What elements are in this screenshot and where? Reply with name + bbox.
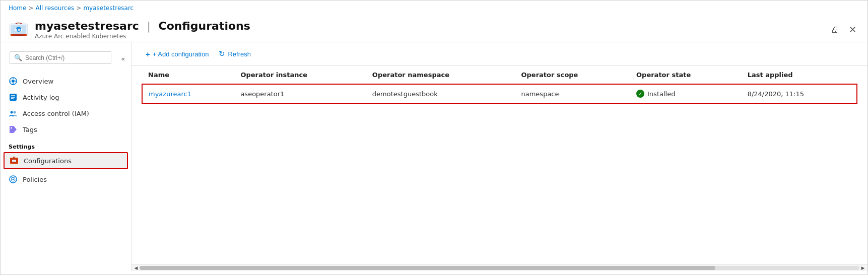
svg-point-8 bbox=[12, 80, 15, 83]
scroll-right-arrow[interactable]: ▶ bbox=[859, 264, 866, 271]
cell-name: myazurearc1 bbox=[142, 84, 234, 103]
svg-rect-22 bbox=[12, 160, 16, 162]
sidebar-item-tags[interactable]: Tags bbox=[1, 121, 131, 138]
collapse-sidebar-button[interactable]: « bbox=[119, 55, 127, 62]
breadcrumb-sep1: > bbox=[28, 5, 33, 12]
col-operator-scope: Operator scope bbox=[515, 66, 631, 84]
close-icon: ✕ bbox=[849, 25, 856, 35]
sidebar-item-configurations-label: Configurations bbox=[24, 157, 72, 165]
breadcrumb-resource[interactable]: myasetestresarc bbox=[83, 5, 133, 12]
tags-icon bbox=[9, 125, 18, 134]
svg-rect-4 bbox=[15, 35, 23, 36]
breadcrumb-home[interactable]: Home bbox=[9, 5, 26, 12]
table-container: Name Operator instance Operator namespac… bbox=[131, 66, 867, 264]
page-header-actions: 🖨 ✕ bbox=[828, 22, 859, 37]
page-title-block: myasetestresarc | Configurations Azure A… bbox=[35, 20, 250, 40]
refresh-button[interactable]: ↻ Refresh bbox=[215, 47, 255, 60]
main-content: + + Add configuration ↻ Refresh Name Ope… bbox=[131, 42, 867, 271]
title-separator: | bbox=[147, 20, 150, 32]
breadcrumb-sep2: > bbox=[76, 5, 81, 12]
toolbar: + + Add configuration ↻ Refresh bbox=[131, 42, 867, 66]
col-operator-namespace: Operator namespace bbox=[366, 66, 515, 84]
add-configuration-label: + Add configuration bbox=[153, 50, 209, 58]
status-label: Installed bbox=[647, 90, 675, 98]
configurations-table: Name Operator instance Operator namespac… bbox=[142, 66, 857, 104]
checkmark-icon: ✓ bbox=[638, 91, 642, 97]
sidebar: 🔍 « Overview Activity log bbox=[1, 42, 131, 271]
page-title: myasetestresarc | Configurations bbox=[35, 20, 250, 32]
page-header: K8s myasetestresarc | Configurations Azu… bbox=[1, 16, 867, 42]
add-icon: + bbox=[146, 50, 150, 58]
sidebar-item-access-control[interactable]: Access control (IAM) bbox=[1, 105, 131, 121]
svg-point-19 bbox=[11, 127, 12, 129]
col-name: Name bbox=[142, 66, 234, 84]
breadcrumb: Home > All resources > myasetestresarc bbox=[1, 1, 867, 16]
scroll-left-arrow[interactable]: ◀ bbox=[132, 264, 140, 271]
table-header-row: Name Operator instance Operator namespac… bbox=[142, 66, 857, 84]
sidebar-item-activity-log-label: Activity log bbox=[23, 94, 59, 101]
print-icon: 🖨 bbox=[831, 25, 839, 34]
search-input[interactable] bbox=[25, 54, 107, 61]
page-subtitle: Azure Arc enabled Kubernetes bbox=[35, 33, 250, 40]
activity-log-icon bbox=[9, 93, 18, 102]
sidebar-item-configurations[interactable]: Configurations bbox=[4, 152, 128, 169]
sidebar-item-overview[interactable]: Overview bbox=[1, 73, 131, 89]
config-name-link[interactable]: myazurearc1 bbox=[149, 90, 191, 98]
search-icon: 🔍 bbox=[14, 54, 22, 61]
sidebar-item-tags-label: Tags bbox=[23, 126, 37, 133]
horizontal-scrollbar[interactable]: ◀ ▶ bbox=[131, 264, 867, 271]
scroll-thumb bbox=[140, 266, 715, 270]
close-button[interactable]: ✕ bbox=[846, 22, 859, 37]
access-control-icon bbox=[9, 109, 18, 118]
add-configuration-button[interactable]: + + Add configuration bbox=[142, 48, 213, 60]
svg-point-17 bbox=[11, 111, 13, 114]
print-button[interactable]: 🖨 bbox=[828, 23, 842, 36]
breadcrumb-all-resources[interactable]: All resources bbox=[36, 5, 75, 12]
cell-operator-state: ✓ Installed bbox=[630, 84, 742, 103]
settings-section-label: Settings bbox=[1, 138, 131, 152]
sidebar-item-access-control-label: Access control (IAM) bbox=[23, 110, 89, 117]
refresh-icon: ↻ bbox=[219, 49, 225, 58]
col-operator-instance: Operator instance bbox=[234, 66, 366, 84]
svg-point-26 bbox=[13, 179, 14, 180]
refresh-label: Refresh bbox=[228, 50, 251, 58]
sidebar-item-activity-log[interactable]: Activity log bbox=[1, 89, 131, 105]
table-row[interactable]: myazurearc1 aseoperator1 demotestguestbo… bbox=[142, 84, 857, 103]
scroll-track[interactable] bbox=[140, 266, 859, 270]
cell-operator-namespace: demotestguestbook bbox=[366, 84, 515, 103]
sidebar-item-overview-label: Overview bbox=[23, 78, 53, 85]
sidebar-item-policies-label: Policies bbox=[23, 176, 47, 183]
svg-point-18 bbox=[14, 111, 16, 114]
status-cell: ✓ Installed bbox=[636, 90, 736, 98]
col-last-applied: Last applied bbox=[742, 66, 857, 84]
policies-icon bbox=[9, 175, 18, 184]
sidebar-item-policies[interactable]: Policies bbox=[1, 171, 131, 187]
status-installed-icon: ✓ bbox=[636, 90, 644, 98]
svg-text:K8s: K8s bbox=[15, 28, 22, 32]
cell-last-applied: 8/24/2020, 11:15 bbox=[742, 84, 857, 103]
cell-operator-scope: namespace bbox=[515, 84, 631, 103]
page-header-left: K8s myasetestresarc | Configurations Azu… bbox=[9, 20, 250, 40]
col-operator-state: Operator state bbox=[630, 66, 742, 84]
search-box[interactable]: 🔍 bbox=[10, 51, 111, 64]
layout: 🔍 « Overview Activity log bbox=[1, 42, 867, 271]
overview-icon bbox=[9, 77, 18, 86]
configurations-icon bbox=[10, 156, 19, 165]
cell-operator-instance: aseoperator1 bbox=[234, 84, 366, 103]
resource-icon: K8s bbox=[9, 20, 29, 40]
